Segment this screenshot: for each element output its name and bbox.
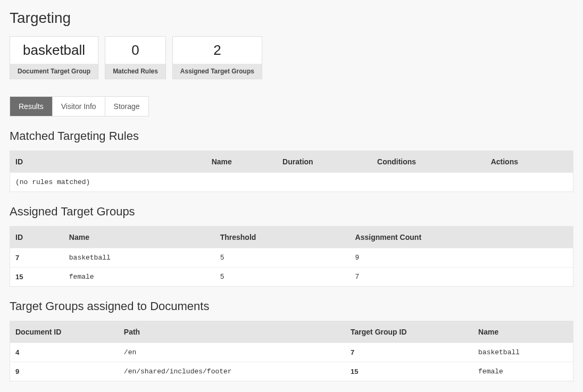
cell-tg-id: 7 (345, 343, 473, 362)
cell-name: female (473, 362, 573, 381)
col-duration: Duration (277, 151, 372, 173)
section-title-assigned-groups: Assigned Target Groups (10, 205, 573, 219)
col-name: Name (473, 321, 573, 343)
cell-threshold: 5 (215, 248, 350, 268)
stat-value: basketball (10, 37, 98, 64)
matched-rules-table: ID Name Duration Conditions Actions (no … (10, 151, 573, 192)
section-title-doc-groups: Target Groups assigned to Documents (10, 299, 573, 313)
assigned-groups-table: ID Name Threshold Assignment Count 7bask… (10, 226, 573, 287)
stat-card-assigned-target-groups: 2 Assigned Target Groups (172, 36, 262, 79)
cell-name: female (64, 268, 215, 287)
col-assignment-count: Assignment Count (350, 227, 573, 248)
cell-id: 15 (10, 268, 64, 287)
section-title-matched-rules: Matched Targeting Rules (10, 129, 573, 143)
stat-label: Document Target Group (10, 64, 98, 79)
stat-card-matched-rules: 0 Matched Rules (105, 36, 166, 79)
doc-groups-table: Document ID Path Target Group ID Name 4/… (10, 321, 573, 381)
col-name: Name (206, 151, 277, 173)
page-title: Targeting (10, 10, 573, 27)
cell-threshold: 5 (215, 268, 350, 287)
cell-doc-id: 9 (10, 362, 119, 381)
col-path: Path (119, 321, 345, 343)
stat-value: 2 (173, 37, 262, 64)
tabs: Results Visitor Info Storage (10, 96, 149, 116)
col-name: Name (64, 227, 215, 248)
tab-storage[interactable]: Storage (105, 97, 148, 116)
col-id: ID (10, 227, 64, 248)
cell-tg-id: 15 (345, 362, 473, 381)
col-target-group-id: Target Group ID (345, 321, 473, 343)
col-id: ID (10, 151, 206, 173)
tab-visitor-info[interactable]: Visitor Info (53, 97, 105, 116)
table-row: 7basketball59 (10, 248, 573, 268)
empty-message: (no rules matched) (10, 173, 206, 192)
col-document-id: Document ID (10, 321, 119, 343)
cell-name: basketball (64, 248, 215, 268)
cell-path: /en/shared/includes/footer (119, 362, 345, 381)
cell-count: 7 (350, 268, 573, 287)
stat-label: Matched Rules (105, 64, 165, 79)
col-threshold: Threshold (215, 227, 350, 248)
table-row: 15female57 (10, 268, 573, 287)
col-conditions: Conditions (372, 151, 486, 173)
table-row: 9/en/shared/includes/footer15female (10, 362, 573, 381)
tab-results[interactable]: Results (10, 97, 53, 116)
table-row-empty: (no rules matched) (10, 173, 573, 192)
table-row: 4/en7basketball (10, 343, 573, 362)
cell-doc-id: 4 (10, 343, 119, 362)
cell-name: basketball (473, 343, 573, 362)
cell-count: 9 (350, 248, 573, 268)
stat-value: 0 (105, 37, 165, 64)
stat-label: Assigned Target Groups (173, 64, 262, 79)
cell-path: /en (119, 343, 345, 362)
stat-card-document-target-group: basketball Document Target Group (10, 36, 98, 79)
cell-id: 7 (10, 248, 64, 268)
col-actions: Actions (486, 151, 573, 173)
stat-cards: basketball Document Target Group 0 Match… (10, 36, 573, 79)
